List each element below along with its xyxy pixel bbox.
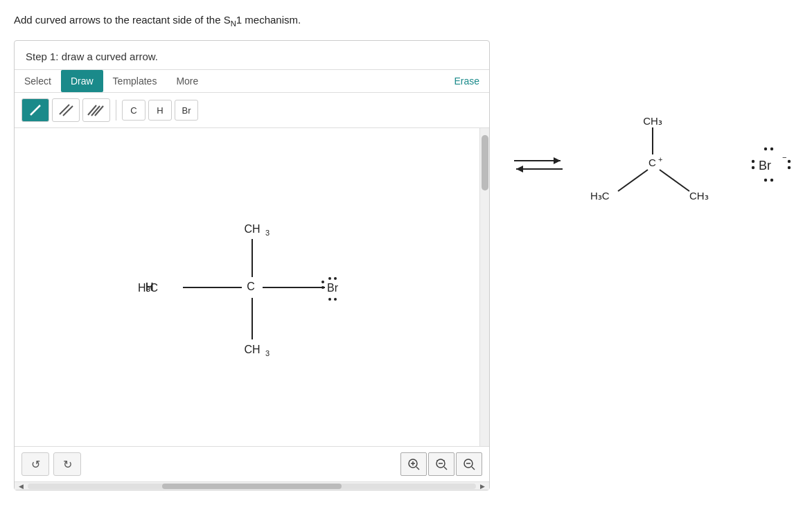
carbon-atom-button[interactable]: C [122, 100, 145, 121]
erase-button[interactable]: Erase [444, 70, 489, 92]
svg-point-52 [788, 166, 791, 169]
svg-text:3: 3 [265, 349, 270, 357]
triple-bond-button[interactable] [82, 98, 110, 122]
single-bond-button[interactable] [21, 98, 49, 122]
svg-line-3 [88, 105, 96, 115]
svg-point-51 [788, 160, 791, 163]
svg-text:CH₃: CH₃ [689, 190, 709, 202]
bromide-svg: Br − [746, 141, 798, 189]
svg-text:+: + [658, 155, 662, 163]
carbocation-svg: CH₃ C + H₃C CH₃ [587, 109, 725, 220]
svg-text:H₃C: H₃C [138, 282, 158, 294]
svg-text:Br: Br [327, 282, 339, 294]
vertical-scrollbar[interactable] [479, 128, 489, 446]
bromine-atom-button[interactable]: Br [175, 100, 198, 121]
editor-panel: Step 1: draw a curved arrow. Select Draw… [14, 40, 490, 490]
svg-point-21 [321, 281, 324, 283]
zoom-fit-button[interactable] [428, 452, 454, 476]
svg-text:C: C [247, 281, 255, 292]
double-bond-button[interactable] [52, 98, 80, 122]
tool-separator [116, 100, 116, 121]
svg-text:−: − [782, 153, 786, 161]
svg-point-18 [334, 277, 337, 280]
undo-button[interactable]: ↺ [21, 452, 49, 476]
svg-line-45 [660, 170, 689, 191]
zoom-in-button[interactable] [400, 452, 427, 476]
redo-button[interactable]: ↻ [53, 452, 81, 476]
svg-text:CH₃: CH₃ [643, 115, 662, 127]
product-area: CH₃ C + H₃C CH₃ [511, 109, 798, 220]
step-title: Step 1: draw a curved arrow. [15, 41, 489, 69]
zoom-controls [400, 452, 482, 476]
svg-point-19 [328, 298, 331, 301]
svg-text:CH: CH [244, 223, 260, 235]
scroll-track[interactable] [28, 484, 476, 489]
templates-tab[interactable]: Templates [103, 70, 167, 92]
scroll-right-arrow[interactable]: ▶ [479, 483, 486, 490]
svg-text:C: C [648, 157, 656, 168]
right-panel: CH₃ C + H₃C CH₃ [511, 109, 798, 220]
zoom-out-button[interactable] [456, 452, 482, 476]
svg-point-48 [770, 148, 773, 150]
reaction-arrow [511, 151, 566, 179]
svg-text:H₃C: H₃C [590, 190, 610, 202]
more-tab[interactable]: More [166, 70, 208, 92]
svg-line-34 [472, 467, 475, 470]
svg-text:3: 3 [265, 229, 270, 237]
scroll-thumb-horizontal[interactable] [162, 484, 342, 489]
svg-point-53 [764, 179, 767, 181]
svg-point-49 [752, 160, 754, 163]
svg-text:Br: Br [759, 159, 771, 172]
svg-line-43 [618, 170, 648, 191]
hydrogen-atom-button[interactable]: H [148, 100, 172, 121]
scroll-left-arrow[interactable]: ◀ [17, 483, 25, 490]
svg-line-28 [416, 467, 419, 470]
svg-point-47 [764, 148, 767, 150]
svg-point-54 [770, 179, 773, 181]
select-tab[interactable]: Select [15, 70, 61, 92]
svg-point-50 [752, 166, 754, 169]
svg-line-2 [63, 106, 73, 116]
svg-line-1 [60, 105, 69, 114]
svg-marker-38 [516, 166, 523, 172]
svg-point-22 [321, 286, 324, 289]
horizontal-scrollbar[interactable]: ◀ ▶ [15, 481, 489, 490]
svg-text:CH: CH [244, 344, 260, 355]
bottom-controls: ↺ ↻ [15, 446, 489, 481]
molecule-drawing: CH 3 C H H H₃C Br [79, 166, 425, 409]
canvas-area[interactable]: CH 3 C H H H₃C Br [15, 128, 489, 446]
svg-line-0 [30, 105, 40, 115]
main-layout: Step 1: draw a curved arrow. Select Draw… [14, 40, 798, 490]
svg-line-31 [444, 467, 447, 470]
draw-tools-bar: C H Br [15, 93, 489, 128]
svg-marker-36 [554, 157, 561, 164]
toolbar: Select Draw Templates More Erase [15, 69, 489, 93]
svg-point-20 [334, 298, 337, 301]
undo-redo-group: ↺ ↻ [21, 452, 81, 476]
instruction-text: Add curved arrows to the reactant side o… [14, 14, 798, 28]
svg-point-17 [328, 277, 331, 280]
scrollbar-thumb[interactable] [482, 135, 488, 190]
draw-tab[interactable]: Draw [61, 70, 103, 92]
